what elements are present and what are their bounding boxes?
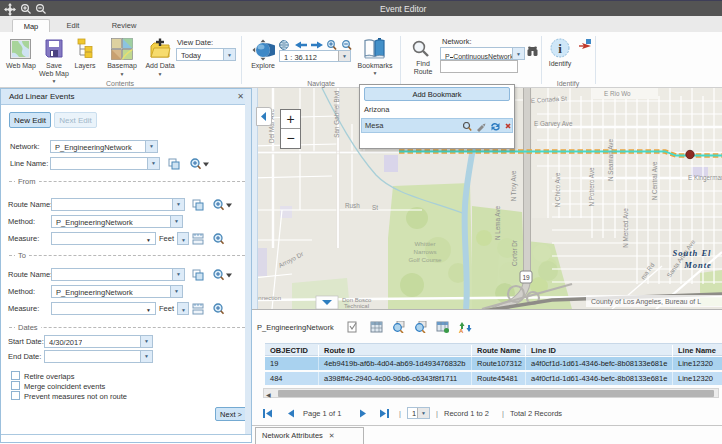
svg-text:N Seaman Ave: N Seaman Ave bbox=[607, 139, 614, 181]
svg-text:N Lema Ave: N Lema Ave bbox=[494, 205, 501, 240]
svg-text:Narrows: Narrows bbox=[413, 248, 436, 255]
svg-text:Whittier: Whittier bbox=[415, 240, 436, 247]
svg-text:Rush: Rush bbox=[345, 202, 360, 209]
svg-text:E Rio Wo: E Rio Wo bbox=[604, 90, 631, 97]
svg-text:A: A bbox=[459, 328, 464, 334]
svg-text:Monte: Monte bbox=[683, 260, 712, 270]
svg-text:St: St bbox=[372, 204, 378, 211]
svg-text:N Chico Ave: N Chico Ave bbox=[554, 172, 561, 207]
svg-text:Golf Course: Golf Course bbox=[408, 256, 442, 263]
svg-text:N Troy Ave: N Troy Ave bbox=[510, 170, 518, 201]
svg-text:N Central Ave: N Central Ave bbox=[651, 161, 658, 200]
svg-text:N Potrero Ave: N Potrero Ave bbox=[588, 167, 595, 207]
svg-text:i: i bbox=[558, 41, 562, 56]
svg-text:County of Los Angeles, Bureau: County of Los Angeles, Bureau of L bbox=[591, 298, 701, 306]
svg-text:E Garvey Ave: E Garvey Ave bbox=[534, 120, 573, 128]
svg-text:19: 19 bbox=[522, 274, 530, 281]
svg-text:Corter Dr: Corter Dr bbox=[511, 240, 518, 266]
svg-text:E Kingerman S: E Kingerman S bbox=[688, 174, 722, 182]
svg-text:South El: South El bbox=[673, 248, 712, 258]
svg-text:N Merced Ave: N Merced Ave bbox=[622, 208, 629, 248]
svg-text:San Gabriel Blvd: San Gabriel Blvd bbox=[333, 90, 340, 138]
